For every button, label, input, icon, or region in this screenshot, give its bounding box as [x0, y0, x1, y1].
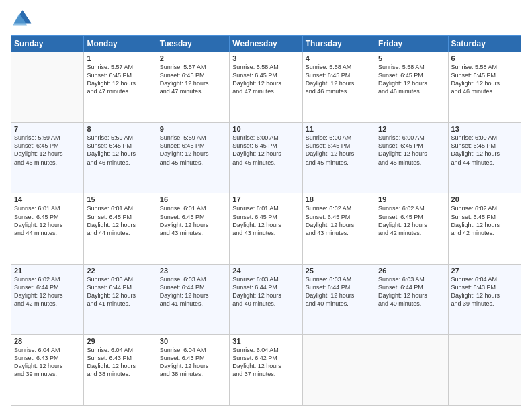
- day-number: 11: [306, 125, 372, 133]
- calendar-cell: 5Sunrise: 5:58 AMSunset: 6:45 PMDaylight…: [375, 52, 448, 123]
- day-number: 16: [160, 195, 226, 203]
- day-number: 17: [232, 195, 299, 203]
- day-info: Sunrise: 6:03 AMSunset: 6:44 PMDaylight:…: [306, 275, 372, 308]
- col-header-wednesday: Wednesday: [230, 36, 302, 52]
- calendar-cell: 14Sunrise: 6:01 AMSunset: 6:45 PMDayligh…: [11, 193, 84, 264]
- header-row: SundayMondayTuesdayWednesdayThursdayFrid…: [11, 36, 521, 52]
- calendar-cell: 22Sunrise: 6:03 AMSunset: 6:44 PMDayligh…: [84, 264, 157, 334]
- day-info: Sunrise: 6:03 AMSunset: 6:44 PMDaylight:…: [378, 275, 445, 308]
- day-number: 15: [87, 195, 153, 203]
- day-number: 19: [378, 195, 445, 203]
- calendar-cell: 30Sunrise: 6:04 AMSunset: 6:43 PMDayligh…: [157, 334, 229, 405]
- day-info: Sunrise: 6:04 AMSunset: 6:42 PMDaylight:…: [232, 346, 299, 379]
- day-info: Sunrise: 6:02 AMSunset: 6:45 PMDaylight:…: [378, 204, 445, 237]
- week-row-1: 1Sunrise: 5:57 AMSunset: 6:45 PMDaylight…: [11, 52, 521, 123]
- calendar-cell: 9Sunrise: 5:59 AMSunset: 6:45 PMDaylight…: [157, 123, 229, 193]
- calendar-cell: 13Sunrise: 6:00 AMSunset: 6:45 PMDayligh…: [448, 123, 521, 193]
- day-number: 18: [306, 195, 372, 203]
- day-number: 26: [378, 267, 445, 275]
- day-info: Sunrise: 6:03 AMSunset: 6:44 PMDaylight:…: [232, 275, 299, 308]
- day-info: Sunrise: 5:58 AMSunset: 6:45 PMDaylight:…: [451, 63, 518, 96]
- calendar-cell: 11Sunrise: 6:00 AMSunset: 6:45 PMDayligh…: [302, 123, 375, 193]
- calendar-cell: [302, 334, 375, 405]
- day-number: 9: [160, 125, 226, 133]
- day-info: Sunrise: 5:57 AMSunset: 6:45 PMDaylight:…: [87, 63, 153, 96]
- calendar-cell: 8Sunrise: 5:59 AMSunset: 6:45 PMDaylight…: [84, 123, 157, 193]
- day-number: 10: [232, 125, 299, 133]
- day-info: Sunrise: 6:04 AMSunset: 6:43 PMDaylight:…: [87, 346, 153, 379]
- day-number: 6: [451, 54, 518, 62]
- calendar-cell: 28Sunrise: 6:04 AMSunset: 6:43 PMDayligh…: [11, 334, 84, 405]
- logo-icon: [11, 8, 32, 30]
- day-number: 28: [14, 337, 81, 345]
- day-number: 2: [160, 54, 226, 62]
- col-header-thursday: Thursday: [302, 36, 375, 52]
- col-header-monday: Monday: [84, 36, 157, 52]
- day-info: Sunrise: 6:01 AMSunset: 6:45 PMDaylight:…: [14, 204, 81, 237]
- day-number: 4: [306, 54, 372, 62]
- day-info: Sunrise: 6:02 AMSunset: 6:45 PMDaylight:…: [451, 204, 518, 237]
- col-header-saturday: Saturday: [448, 36, 521, 52]
- calendar-cell: [448, 334, 521, 405]
- week-row-3: 14Sunrise: 6:01 AMSunset: 6:45 PMDayligh…: [11, 193, 521, 264]
- calendar-cell: 19Sunrise: 6:02 AMSunset: 6:45 PMDayligh…: [375, 193, 448, 264]
- day-number: 20: [451, 195, 518, 203]
- day-info: Sunrise: 6:04 AMSunset: 6:43 PMDaylight:…: [451, 275, 518, 308]
- day-info: Sunrise: 6:00 AMSunset: 6:45 PMDaylight:…: [378, 134, 445, 167]
- day-number: 29: [87, 337, 153, 345]
- day-info: Sunrise: 5:57 AMSunset: 6:45 PMDaylight:…: [160, 63, 226, 96]
- calendar-cell: [375, 334, 448, 405]
- day-info: Sunrise: 5:59 AMSunset: 6:45 PMDaylight:…: [14, 134, 81, 167]
- week-row-2: 7Sunrise: 5:59 AMSunset: 6:45 PMDaylight…: [11, 123, 521, 193]
- day-info: Sunrise: 6:00 AMSunset: 6:45 PMDaylight:…: [306, 134, 372, 167]
- day-number: 30: [160, 337, 226, 345]
- calendar-cell: 31Sunrise: 6:04 AMSunset: 6:42 PMDayligh…: [230, 334, 302, 405]
- day-number: 22: [87, 267, 153, 275]
- day-number: 8: [87, 125, 153, 133]
- day-info: Sunrise: 5:59 AMSunset: 6:45 PMDaylight:…: [160, 134, 226, 167]
- header: [11, 8, 521, 30]
- calendar-cell: 17Sunrise: 6:01 AMSunset: 6:45 PMDayligh…: [230, 193, 302, 264]
- day-info: Sunrise: 5:58 AMSunset: 6:45 PMDaylight:…: [306, 63, 372, 96]
- day-number: 7: [14, 125, 81, 133]
- col-header-tuesday: Tuesday: [157, 36, 229, 52]
- day-number: 24: [232, 267, 299, 275]
- day-info: Sunrise: 5:58 AMSunset: 6:45 PMDaylight:…: [378, 63, 445, 96]
- day-number: 25: [306, 267, 372, 275]
- day-info: Sunrise: 6:02 AMSunset: 6:44 PMDaylight:…: [14, 275, 81, 308]
- day-info: Sunrise: 6:04 AMSunset: 6:43 PMDaylight:…: [14, 346, 81, 379]
- calendar-cell: 27Sunrise: 6:04 AMSunset: 6:43 PMDayligh…: [448, 264, 521, 334]
- day-info: Sunrise: 6:01 AMSunset: 6:45 PMDaylight:…: [160, 204, 226, 237]
- day-number: 23: [160, 267, 226, 275]
- calendar-cell: 16Sunrise: 6:01 AMSunset: 6:45 PMDayligh…: [157, 193, 229, 264]
- day-info: Sunrise: 5:58 AMSunset: 6:45 PMDaylight:…: [232, 63, 299, 96]
- calendar-table: SundayMondayTuesdayWednesdayThursdayFrid…: [11, 35, 521, 406]
- col-header-friday: Friday: [375, 36, 448, 52]
- calendar-cell: 24Sunrise: 6:03 AMSunset: 6:44 PMDayligh…: [230, 264, 302, 334]
- calendar-cell: 1Sunrise: 5:57 AMSunset: 6:45 PMDaylight…: [84, 52, 157, 123]
- col-header-sunday: Sunday: [11, 36, 84, 52]
- day-number: 21: [14, 267, 81, 275]
- calendar-cell: 29Sunrise: 6:04 AMSunset: 6:43 PMDayligh…: [84, 334, 157, 405]
- day-info: Sunrise: 6:02 AMSunset: 6:45 PMDaylight:…: [306, 204, 372, 237]
- calendar-cell: 21Sunrise: 6:02 AMSunset: 6:44 PMDayligh…: [11, 264, 84, 334]
- day-info: Sunrise: 6:00 AMSunset: 6:45 PMDaylight:…: [232, 134, 299, 167]
- day-number: 5: [378, 54, 445, 62]
- calendar-cell: 7Sunrise: 5:59 AMSunset: 6:45 PMDaylight…: [11, 123, 84, 193]
- page: SundayMondayTuesdayWednesdayThursdayFrid…: [0, 0, 532, 411]
- calendar-cell: 25Sunrise: 6:03 AMSunset: 6:44 PMDayligh…: [302, 264, 375, 334]
- calendar-cell: 15Sunrise: 6:01 AMSunset: 6:45 PMDayligh…: [84, 193, 157, 264]
- day-info: Sunrise: 6:03 AMSunset: 6:44 PMDaylight:…: [87, 275, 153, 308]
- calendar-cell: 10Sunrise: 6:00 AMSunset: 6:45 PMDayligh…: [230, 123, 302, 193]
- calendar-cell: [11, 52, 84, 123]
- day-info: Sunrise: 6:04 AMSunset: 6:43 PMDaylight:…: [160, 346, 226, 379]
- calendar-cell: 18Sunrise: 6:02 AMSunset: 6:45 PMDayligh…: [302, 193, 375, 264]
- calendar-cell: 2Sunrise: 5:57 AMSunset: 6:45 PMDaylight…: [157, 52, 229, 123]
- calendar-cell: 12Sunrise: 6:00 AMSunset: 6:45 PMDayligh…: [375, 123, 448, 193]
- week-row-5: 28Sunrise: 6:04 AMSunset: 6:43 PMDayligh…: [11, 334, 521, 405]
- day-number: 3: [232, 54, 299, 62]
- day-info: Sunrise: 5:59 AMSunset: 6:45 PMDaylight:…: [87, 134, 153, 167]
- logo: [11, 8, 35, 30]
- calendar-cell: 6Sunrise: 5:58 AMSunset: 6:45 PMDaylight…: [448, 52, 521, 123]
- day-number: 31: [232, 337, 299, 345]
